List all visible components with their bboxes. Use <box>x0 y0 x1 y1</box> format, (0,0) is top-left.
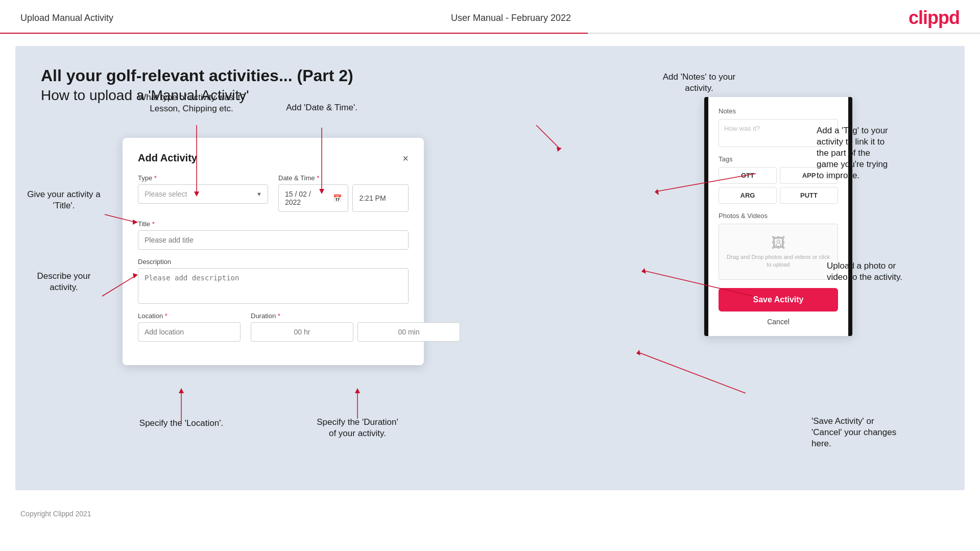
annotation-datetime: Add 'Date & Time'. <box>271 102 373 113</box>
time-input[interactable] <box>352 184 409 212</box>
annotation-tag: Add a 'Tag' to youractivity to link it t… <box>817 125 954 181</box>
type-datetime-row: Type * Please select Date & Time * 15 / … <box>138 174 409 212</box>
save-activity-button[interactable]: Save Activity <box>719 288 838 312</box>
main-content: All your golf-relevant activities... (Pa… <box>15 46 965 490</box>
photos-dropzone[interactable]: 🖼 Drag and Drop photos and videos or cli… <box>719 224 838 280</box>
type-select[interactable]: Please select <box>138 184 268 204</box>
type-select-wrapper: Please select <box>138 184 268 204</box>
footer: Copyright Clippd 2021 <box>0 502 980 525</box>
title-group: Title * <box>138 220 409 250</box>
datetime-label: Date & Time * <box>278 174 409 182</box>
duration-min-input[interactable] <box>357 322 460 342</box>
annotation-describe: Describe youractivity. <box>20 271 107 293</box>
photo-icon: 🖼 <box>724 234 832 251</box>
date-input[interactable]: 15 / 02 / 2022 📅 <box>278 184 348 212</box>
title-input[interactable] <box>138 230 409 250</box>
dialog-title: Add Activity <box>138 152 197 164</box>
page-header-left: Upload Manual Activity <box>20 13 113 23</box>
svg-marker-13 <box>557 147 562 152</box>
svg-marker-9 <box>179 388 184 393</box>
type-label: Type * <box>138 174 268 182</box>
description-label: Description <box>138 258 409 266</box>
page-header-center: User Manual - February 2022 <box>451 13 571 23</box>
svg-marker-19 <box>636 350 640 355</box>
svg-marker-11 <box>355 388 360 393</box>
date-value: 15 / 02 / 2022 <box>285 190 328 206</box>
tag-ott[interactable]: OTT <box>719 167 777 184</box>
copyright-text: Copyright Clippd 2021 <box>20 510 91 518</box>
duration-label-field: Duration * <box>251 312 460 320</box>
type-group: Type * Please select <box>138 174 268 212</box>
annotation-notes: Add 'Notes' to youractivity. <box>648 71 750 94</box>
annotation-duration: Specify the 'Duration'of your activity. <box>291 417 424 439</box>
tag-arg[interactable]: ARG <box>719 187 777 204</box>
annotation-location: Specify the 'Location'. <box>117 418 245 429</box>
location-group: Location * <box>138 312 241 342</box>
title-label-field: Title * <box>138 220 409 228</box>
svg-marker-15 <box>655 189 659 195</box>
svg-line-18 <box>638 352 746 393</box>
annotation-type: What type of activity was it?Lesson, Chi… <box>128 92 255 114</box>
dialog-header: Add Activity × <box>138 152 409 164</box>
annotation-title: Give your activity a'Title'. <box>15 189 112 211</box>
datetime-group: Date & Time * 15 / 02 / 2022 📅 <box>278 174 409 212</box>
duration-group: Duration * <box>251 312 460 342</box>
annotation-photo: Upload a photo orvideo to the activity. <box>827 260 954 283</box>
close-button[interactable]: × <box>402 153 409 163</box>
location-input[interactable] <box>138 322 241 342</box>
logo: clippd <box>909 7 960 29</box>
add-activity-dialog: Add Activity × Type * Please select Date… <box>123 138 424 365</box>
page-title: All your golf-relevant activities... (Pa… <box>41 66 939 85</box>
location-duration-row: Location * Duration * <box>138 312 409 342</box>
annotation-save: 'Save Activity' or'Cancel' your changesh… <box>811 416 954 449</box>
duration-hr-input[interactable] <box>251 322 353 342</box>
top-bar: Upload Manual Activity User Manual - Feb… <box>0 0 980 34</box>
description-group: Description <box>138 258 409 304</box>
notes-section-label: Notes <box>719 107 838 115</box>
cancel-link[interactable]: Cancel <box>719 318 838 326</box>
svg-line-12 <box>536 125 559 148</box>
tag-putt[interactable]: PUTT <box>780 187 838 204</box>
photos-upload-text: Drag and Drop photos and videos or click… <box>724 253 832 269</box>
location-label-field: Location * <box>138 312 241 320</box>
description-input[interactable] <box>138 268 409 304</box>
svg-marker-17 <box>641 268 646 274</box>
calendar-icon: 📅 <box>333 194 342 202</box>
photos-section-label: Photos & Videos <box>719 212 838 220</box>
